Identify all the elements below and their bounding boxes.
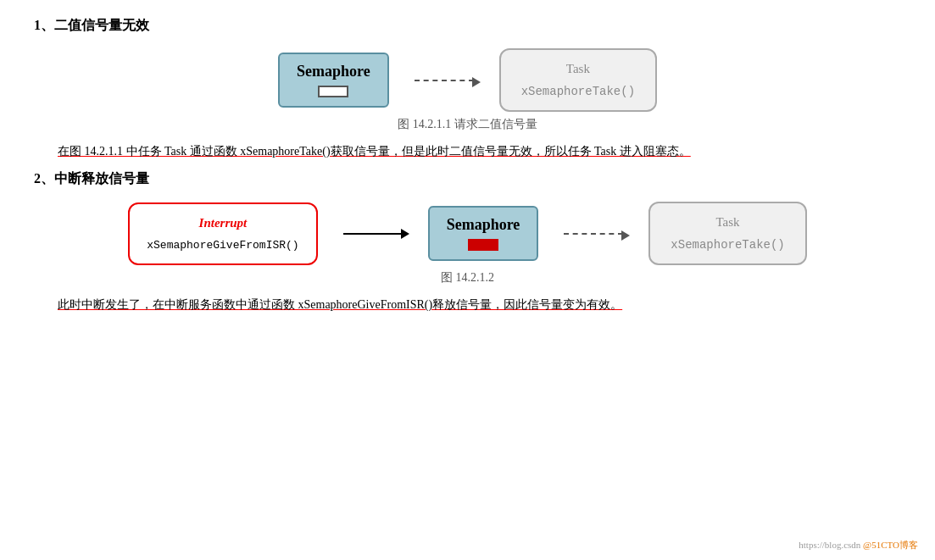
fig-caption-1: 图 14.2.1.1 请求二值信号量 [34, 117, 901, 132]
section2-title: 2、中断释放信号量 [34, 170, 901, 188]
dashed-line-2 [564, 233, 623, 235]
semaphore-box-1: Semaphore [278, 53, 389, 108]
task-label-1: Task [566, 62, 590, 76]
arrow-dashed-2 [564, 233, 623, 235]
section2-diagram: Interrupt xSemaphoreGiveFromISR() Semaph… [34, 202, 901, 265]
semaphore-label-1: Semaphore [297, 63, 370, 80]
arrow-dashed-1 [415, 80, 474, 81]
task-label-2: Task [715, 215, 739, 230]
dashed-line-1 [415, 80, 474, 81]
task-box-2: Task xSemaphoreTake() [648, 202, 806, 265]
watermark: https://blog.csdn @51CTO博客 [799, 539, 918, 552]
interrupt-box: Interrupt xSemaphoreGiveFromISR() [128, 202, 317, 265]
task-func-1: xSemaphoreTake() [521, 85, 635, 98]
interrupt-func: xSemaphoreGiveFromISR() [147, 239, 298, 252]
task-func-2: xSemaphoreTake() [671, 238, 784, 252]
solid-line-1 [343, 233, 403, 235]
semaphore-inner-full [468, 239, 498, 251]
semaphore-label-2: Semaphore [447, 216, 520, 234]
section2-paragraph: 此时中断发生了，在中断服务函数中通过函数 xSemaphoreGiveFromI… [34, 294, 901, 315]
semaphore-box-2: Semaphore [428, 206, 539, 261]
interrupt-label: Interrupt [199, 216, 248, 230]
semaphore-inner-empty-1 [318, 86, 348, 97]
section1-title: 1、二值信号量无效 [34, 17, 901, 35]
task-box-1: Task xSemaphoreTake() [499, 48, 657, 112]
fig-caption-2: 图 14.2.1.2 [34, 270, 901, 286]
section1-diagram: Semaphore Task xSemaphoreTake() [34, 48, 901, 112]
arrow-solid-1 [343, 233, 403, 235]
section1-paragraph: 在图 14.2.1.1 中任务 Task 通过函数 xSemaphoreTake… [34, 141, 901, 162]
